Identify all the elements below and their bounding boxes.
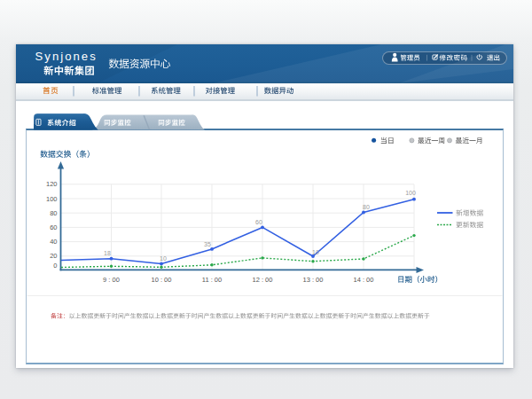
svg-text:14 : 00: 14 : 00 xyxy=(354,276,374,284)
svg-text:Synjones: Synjones xyxy=(35,50,98,63)
svg-text:0: 0 xyxy=(53,262,57,270)
svg-text:10: 10 xyxy=(160,255,167,262)
svg-text:13 : 00: 13 : 00 xyxy=(303,276,324,284)
svg-text:11 : 00: 11 : 00 xyxy=(202,276,222,284)
svg-text:40: 40 xyxy=(50,238,57,246)
svg-text:80: 80 xyxy=(50,209,57,217)
svg-text:12 : 00: 12 : 00 xyxy=(253,276,273,284)
svg-text:60: 60 xyxy=(255,219,262,225)
svg-text:35: 35 xyxy=(204,241,211,247)
svg-text:9 : 00: 9 : 00 xyxy=(103,276,120,284)
svg-text:80: 80 xyxy=(363,204,370,210)
svg-text:120: 120 xyxy=(46,180,58,188)
svg-text:60: 60 xyxy=(50,223,57,231)
svg-text:100: 100 xyxy=(405,190,416,196)
svg-text:10: 10 xyxy=(312,249,319,255)
svg-text:10 : 00: 10 : 00 xyxy=(152,276,172,284)
svg-text:20: 20 xyxy=(50,252,57,260)
svg-text:100: 100 xyxy=(46,195,58,203)
svg-text:18: 18 xyxy=(104,250,111,256)
